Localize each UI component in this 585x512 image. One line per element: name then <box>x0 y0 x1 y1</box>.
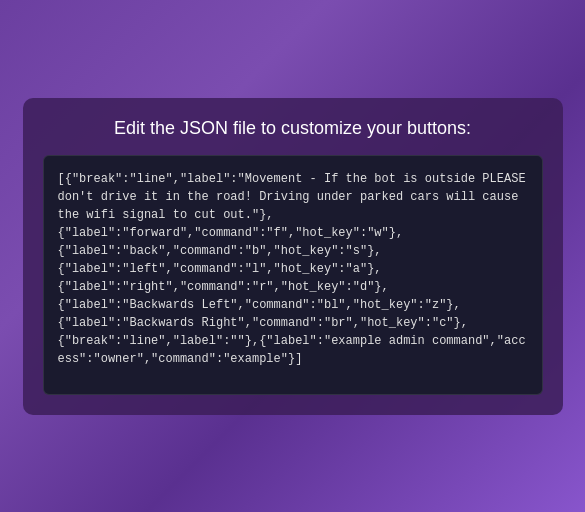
page-title: Edit the JSON file to customize your but… <box>114 118 471 139</box>
json-content: [{"break":"line","label":"Movement - If … <box>58 170 528 368</box>
json-editor-container: [{"break":"line","label":"Movement - If … <box>43 155 543 395</box>
main-container: Edit the JSON file to customize your but… <box>23 98 563 415</box>
